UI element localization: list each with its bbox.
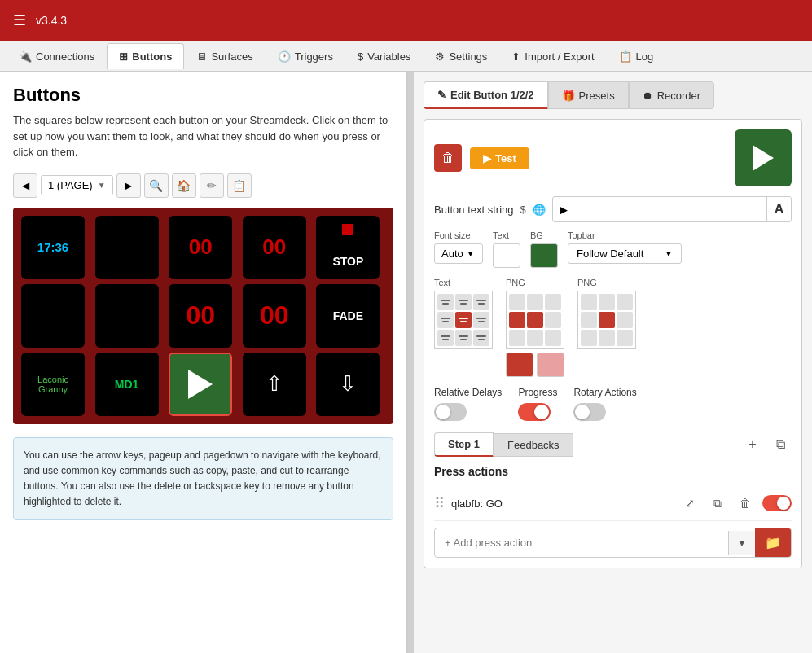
grid-button-6[interactable] [21, 284, 85, 348]
tab-log[interactable]: 📋 Log [607, 43, 666, 69]
png-align-2-tl[interactable] [581, 294, 597, 310]
action-delete-button[interactable]: 🗑 [735, 493, 756, 514]
text-color-swatch[interactable] [493, 243, 520, 268]
text-string-input[interactable] [553, 199, 766, 220]
grid-button-1[interactable]: 17:36 [21, 216, 85, 279]
rotary-actions-knob [575, 405, 590, 419]
png-swatch-pink[interactable] [537, 353, 564, 377]
test-button[interactable]: ▶ Test [470, 147, 529, 169]
grid-button-5[interactable]: STOP [316, 216, 380, 279]
prev-page-button[interactable]: ◀ [13, 173, 37, 198]
tab-connections[interactable]: 🔌 Connections [7, 43, 107, 69]
tab-variables[interactable]: $ Variables [345, 43, 423, 69]
press-actions-label: Press actions [434, 465, 792, 478]
tab-recorder[interactable]: ⏺ Recorder [629, 81, 714, 109]
search-button[interactable]: 🔍 [144, 173, 169, 198]
grid-button-9[interactable]: 00 [243, 284, 306, 348]
tab-step1[interactable]: Step 1 [434, 432, 494, 457]
grid-button-12[interactable]: MD1 [95, 353, 159, 416]
add-step-button[interactable]: + [741, 433, 764, 456]
png-align-1-br[interactable] [545, 330, 561, 346]
counter-large-1: 00 [186, 300, 215, 331]
right-panel: ✎ Edit Button 1/2/2 🎁 Presets ⏺ Recorder… [414, 72, 812, 653]
triggers-icon: 🕐 [278, 50, 291, 63]
png-align-1-mr[interactable] [545, 312, 561, 328]
tab-import-export[interactable]: ⬆ Import / Export [499, 43, 606, 69]
topbar-select[interactable]: Follow Default ▼ [568, 243, 682, 264]
tab-presets[interactable]: 🎁 Presets [548, 81, 629, 109]
png-align-1-mc[interactable] [527, 312, 543, 328]
grid-button-3[interactable]: 00 [169, 216, 232, 279]
copy-step-button[interactable]: ⧉ [769, 433, 792, 456]
add-press-action-folder-button[interactable]: 📁 [755, 528, 791, 557]
text-align-cell-ml[interactable] [437, 312, 454, 328]
font-size-select[interactable]: Auto ▼ [434, 243, 483, 264]
png-label-2: PNG [577, 278, 636, 287]
grid-button-11[interactable]: Laconic Granny [21, 353, 85, 416]
globe-icon: 🌐 [533, 204, 546, 216]
text-align-cell-mr[interactable] [473, 312, 489, 328]
text-align-cell-tc[interactable] [455, 294, 472, 310]
grid-button-4[interactable]: 00 [243, 216, 306, 279]
grid-button-8[interactable]: 00 [169, 284, 232, 348]
png-align-2-bc[interactable] [599, 330, 615, 346]
rotary-actions-label: Rotary Actions [573, 387, 636, 398]
grid-button-13[interactable] [169, 353, 232, 416]
text-align-cell-tr[interactable] [473, 294, 489, 310]
presets-icon: 🎁 [562, 90, 575, 102]
png-swatch-red[interactable] [506, 353, 533, 377]
png-align-2-tc[interactable] [599, 294, 615, 310]
text-align-cell-br[interactable] [473, 330, 489, 346]
png-align-1-tl[interactable] [509, 294, 525, 310]
add-press-action-input[interactable] [435, 530, 728, 555]
rotary-actions-toggle[interactable] [573, 403, 606, 421]
copy-button[interactable]: 📋 [227, 173, 252, 198]
relative-delays-toggle[interactable] [434, 403, 467, 421]
action-enable-toggle[interactable] [762, 495, 792, 511]
main-area: Buttons The squares below represent each… [0, 72, 812, 653]
action-copy-button[interactable]: ⧉ [707, 493, 728, 514]
text-align-cell-mc[interactable] [455, 312, 472, 328]
delete-button[interactable]: 🗑 [434, 144, 462, 172]
next-page-button[interactable]: ▶ [116, 173, 141, 198]
progress-toggle[interactable] [518, 403, 551, 421]
text-align-cell-tl[interactable] [437, 294, 454, 310]
tab-feedbacks[interactable]: Feedbacks [494, 433, 573, 457]
hamburger-icon[interactable]: ☰ [13, 11, 26, 29]
test-label: Test [495, 152, 516, 164]
page-label: 1 (PAGE) [48, 179, 93, 191]
png-align-1-tr[interactable] [545, 294, 561, 310]
grid-button-7[interactable] [95, 284, 159, 348]
png-align-1-bl[interactable] [509, 330, 525, 346]
png-align-1-ml[interactable] [509, 312, 525, 328]
png-align-2-tr[interactable] [617, 294, 633, 310]
action-expand-button[interactable]: ⤢ [679, 493, 700, 514]
drag-handle-icon[interactable]: ⠿ [434, 494, 445, 512]
png-align-2-br[interactable] [617, 330, 633, 346]
font-icon-button[interactable]: A [766, 197, 791, 221]
tab-buttons[interactable]: ⊞ Buttons [107, 43, 184, 69]
tab-triggers[interactable]: 🕐 Triggers [266, 43, 345, 69]
png-align-1-bc[interactable] [527, 330, 543, 346]
bg-color-swatch[interactable] [530, 243, 558, 268]
font-size-chevron: ▼ [467, 249, 475, 258]
edit-button[interactable]: ✏ [200, 173, 224, 198]
page-select[interactable]: 1 (PAGE) ▼ [41, 175, 113, 195]
tab-settings[interactable]: ⚙ Settings [423, 43, 499, 69]
feedbacks-label: Feedbacks [507, 439, 560, 451]
png-align-2-mr[interactable] [617, 312, 633, 328]
text-align-cell-bl[interactable] [437, 330, 454, 346]
png-align-2-bl[interactable] [581, 330, 597, 346]
home-button[interactable]: 🏠 [172, 173, 196, 198]
tab-edit-button[interactable]: ✎ Edit Button 1/2/2 [424, 81, 548, 109]
grid-button-14[interactable]: ⇧ [243, 353, 306, 416]
text-align-cell-bc[interactable] [455, 330, 472, 346]
png-align-1-tc[interactable] [527, 294, 543, 310]
png-align-2-mc[interactable] [599, 312, 615, 328]
tab-surfaces[interactable]: 🖥 Surfaces [184, 43, 265, 69]
grid-button-2[interactable] [95, 216, 159, 279]
grid-button-15[interactable]: ⇩ [316, 353, 380, 416]
add-press-action-dropdown[interactable]: ▼ [728, 531, 755, 555]
grid-button-10[interactable]: FADE [316, 284, 380, 348]
png-align-2-ml[interactable] [581, 312, 597, 328]
